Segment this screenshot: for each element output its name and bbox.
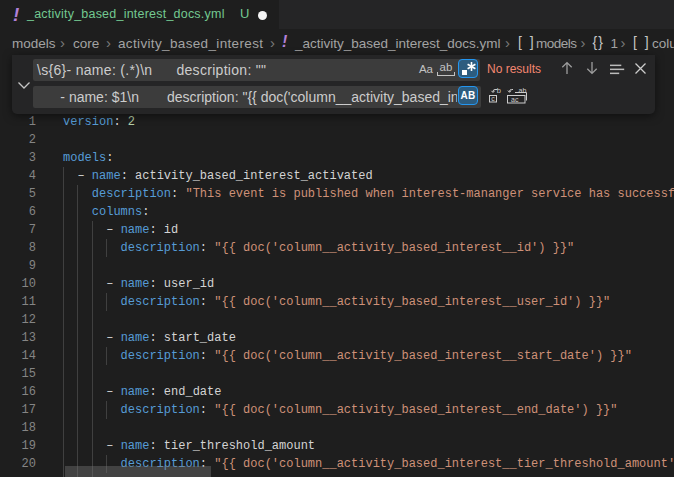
svg-text:c: c bbox=[491, 95, 495, 102]
svg-text:b: b bbox=[497, 87, 501, 95]
svg-text:ab: ab bbox=[519, 88, 527, 94]
svg-text:ac: ac bbox=[511, 96, 519, 103]
